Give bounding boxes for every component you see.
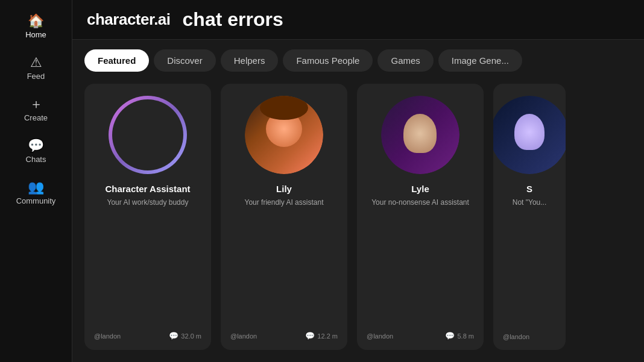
- card-character-assistant[interactable]: Character Assistant Your AI work/study b…: [84, 84, 211, 350]
- sidebar-item-create[interactable]: ＋ Create: [0, 89, 72, 131]
- card-name: S: [526, 184, 532, 194]
- app-logo: character.ai: [87, 10, 171, 29]
- card-stat-value: 5.8 m: [457, 332, 474, 340]
- card-footer: @landon 💬 12.2 m: [230, 331, 338, 340]
- card-desc: Your AI work/study buddy: [107, 198, 189, 323]
- lily-portrait: [245, 96, 323, 174]
- sidebar-item-community[interactable]: 👥 Community: [0, 172, 72, 214]
- card-stats: 💬 12.2 m: [305, 331, 338, 340]
- card-stat-value: 12.2 m: [317, 332, 338, 340]
- tab-games[interactable]: Games: [377, 49, 433, 72]
- main-content: character.ai chat errors Featured Discov…: [72, 0, 644, 362]
- card-lyle[interactable]: Lyle Your no-nonsense AI assistant @land…: [357, 84, 484, 350]
- home-icon: 🏠: [28, 14, 44, 28]
- card-fourth[interactable]: S Not "You... @landon: [493, 84, 566, 350]
- lyle-portrait: [381, 96, 459, 174]
- card-footer: @landon: [503, 333, 556, 340]
- card-stat-value: 32.0 m: [181, 332, 201, 340]
- card-name: Lyle: [411, 184, 429, 194]
- tab-featured[interactable]: Featured: [84, 49, 149, 72]
- card-desc: Not "You...: [513, 198, 547, 325]
- card-author: @landon: [367, 332, 393, 340]
- sidebar-item-home[interactable]: 🏠 Home: [0, 6, 72, 48]
- card-author: @landon: [503, 333, 529, 340]
- cards-section: Character Assistant Your AI work/study b…: [72, 72, 644, 362]
- sidebar-item-label: Chats: [26, 155, 46, 164]
- card-stats: 💬 32.0 m: [169, 331, 201, 340]
- card-footer: @landon 💬 5.8 m: [367, 331, 474, 340]
- avatar-character-assistant: [109, 96, 187, 174]
- chat-count-icon: 💬: [445, 331, 455, 340]
- chat-count-icon: 💬: [305, 331, 315, 340]
- sidebar-item-feed[interactable]: ⚠ Feed: [0, 48, 72, 89]
- tab-image-gen[interactable]: Image Gene...: [438, 49, 522, 72]
- feed-icon: ⚠: [30, 56, 42, 69]
- card-desc: Your no-nonsense AI assistant: [371, 198, 469, 323]
- avatar-fourth: [493, 96, 566, 174]
- card-author: @landon: [230, 332, 257, 340]
- cards-grid: Character Assistant Your AI work/study b…: [84, 84, 632, 350]
- sidebar-item-chats[interactable]: 💬 Chats: [0, 131, 72, 172]
- card-author: @landon: [94, 332, 121, 340]
- card-footer: @landon 💬 32.0 m: [94, 331, 201, 340]
- chat-count-icon: 💬: [169, 331, 178, 340]
- page-title: chat errors: [183, 8, 283, 31]
- sidebar-item-label: Feed: [27, 72, 45, 81]
- card-lily[interactable]: Lily Your friendly AI assistant @landon …: [221, 84, 347, 350]
- sidebar-item-label: Community: [16, 196, 56, 205]
- tab-famous-people[interactable]: Famous People: [283, 49, 373, 72]
- avatar-lyle: [381, 96, 459, 174]
- sidebar-item-label: Create: [24, 113, 48, 122]
- sidebar: 🏠 Home ⚠ Feed ＋ Create 💬 Chats 👥 Communi…: [0, 0, 72, 362]
- card-name: Lily: [276, 184, 292, 194]
- card-desc: Your friendly AI assistant: [245, 198, 324, 323]
- tab-helpers[interactable]: Helpers: [221, 49, 279, 72]
- create-icon: ＋: [30, 98, 43, 111]
- community-icon: 👥: [28, 181, 44, 194]
- tab-bar: Featured Discover Helpers Famous People …: [72, 40, 644, 72]
- sidebar-item-label: Home: [25, 30, 46, 39]
- app-header: character.ai chat errors: [72, 0, 644, 40]
- card-stats: 💬 5.8 m: [445, 331, 474, 340]
- avatar-lily: [245, 96, 323, 174]
- fourth-portrait: [493, 96, 566, 174]
- chats-icon: 💬: [28, 139, 44, 152]
- card-name: Character Assistant: [105, 184, 190, 194]
- tab-discover[interactable]: Discover: [154, 49, 215, 72]
